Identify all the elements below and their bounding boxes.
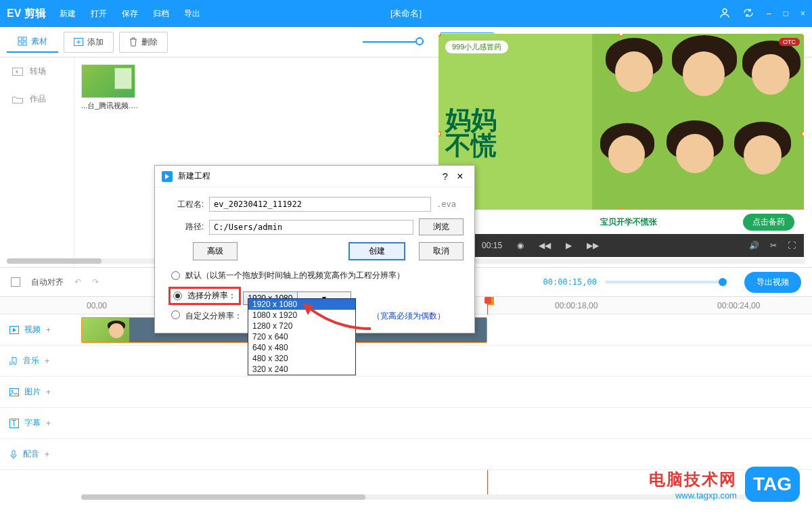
dialog-icon (162, 171, 173, 182)
track-audio: 音乐 + (0, 346, 812, 377)
resolution-option[interactable]: 1080 x 1920 (248, 310, 355, 321)
minimize-button[interactable]: – (767, 9, 771, 18)
annotation-highlight: 选择分辨率： (168, 287, 241, 305)
ruler-tick: 00:00:18,00 (555, 301, 597, 310)
new-project-dialog: 新建工程 ? × 工程名: .eva 路径: 浏览 高级 创建 取消 默认（以第… (154, 165, 475, 333)
menu-export[interactable]: 导出 (184, 8, 200, 20)
sidebar-item-label: 作品 (30, 93, 46, 105)
svg-rect-4 (23, 42, 26, 45)
track-image: 图片 + (0, 377, 812, 408)
resolution-option[interactable]: 1920 x 1080 (248, 299, 355, 310)
preview-controls: 00:00 00:15 ◉ ◀◀ ▶ ▶▶ 🔊 ✂ ⛶ (438, 234, 804, 257)
resolution-dropdown-list[interactable]: 1920 x 1080 1080 x 1920 1280 x 720 720 x… (248, 298, 356, 375)
svg-rect-15 (12, 450, 15, 455)
preview-slogan: 宝贝开学不慌张 (600, 216, 657, 228)
radio-custom[interactable] (171, 310, 180, 319)
delete-button[interactable]: 删除 (119, 32, 168, 53)
preview-brand: 999小儿感冒药 (445, 41, 508, 53)
svg-rect-2 (23, 37, 26, 41)
media-item[interactable]: ...台_腾讯视频.mp4 (81, 64, 142, 111)
user-icon[interactable] (719, 7, 730, 20)
tab-material-label: 素材 (31, 36, 47, 47)
menu-new[interactable]: 新建 (60, 8, 76, 20)
add-track-icon[interactable]: + (46, 419, 51, 428)
svg-text:T: T (12, 419, 17, 428)
resolution-option[interactable]: 720 x 640 (248, 331, 355, 342)
cancel-button[interactable]: 取消 (419, 242, 464, 260)
sidebar-item-works[interactable]: 作品 (0, 85, 74, 113)
document-title: [未命名] (390, 7, 422, 20)
project-name-input[interactable] (209, 197, 431, 212)
thumb-size-slider[interactable] (363, 41, 424, 43)
ruler-tick: 00,00 (87, 301, 107, 310)
app-title: EV 剪辑 (7, 7, 46, 21)
add-track-icon[interactable]: + (45, 356, 49, 366)
svg-point-12 (12, 390, 14, 392)
preview-frame: 999小儿感冒药 妈妈 不慌 氨酚黄那敏颗粒 OTC 宝贝开学不慌张 点击备药 (438, 34, 804, 234)
watermark-url: www.tagxp.com (649, 490, 737, 500)
preview-time-duration: 00:15 (482, 241, 502, 250)
help-button[interactable]: ? (438, 171, 453, 182)
snapshot-icon[interactable]: ✂ (770, 241, 777, 250)
maximize-button[interactable]: □ (784, 9, 788, 18)
track-voice-label: 配音 (23, 448, 39, 460)
preview-cta: 点击备药 (743, 214, 794, 231)
sync-icon[interactable] (742, 8, 754, 20)
resolution-option[interactable]: 320 x 240 (248, 364, 355, 375)
menu-save[interactable]: 保存 (122, 8, 138, 20)
auto-align-checkbox[interactable] (11, 277, 20, 287)
close-button[interactable]: × (800, 9, 805, 18)
redo-icon[interactable]: ↷ (92, 277, 99, 287)
volume-icon[interactable]: 🔊 (749, 241, 759, 250)
track-voice: 配音 + (0, 439, 812, 470)
zoom-slider[interactable] (605, 281, 727, 283)
otc-badge: OTC (779, 38, 800, 46)
path-input[interactable] (209, 220, 413, 235)
preview-headline-2: 不慌 (445, 133, 585, 158)
svg-rect-3 (18, 42, 22, 45)
preview-headline-1: 妈妈 (445, 107, 585, 133)
ruler-tick: 00:00:24,00 (717, 301, 760, 310)
menu-archive[interactable]: 归档 (153, 8, 169, 20)
track-audio-label: 音乐 (23, 355, 39, 367)
add-label: 添加 (87, 37, 104, 48)
add-track-icon[interactable]: + (46, 388, 51, 397)
undo-icon[interactable]: ↶ (74, 277, 81, 287)
dialog-close-button[interactable]: × (453, 170, 468, 183)
radio-select[interactable] (173, 291, 182, 300)
preview-people: OTC (592, 34, 804, 210)
project-ext: .eva (436, 200, 464, 209)
sidebar-item-label: 转场 (30, 66, 46, 77)
add-button[interactable]: 添加 (64, 32, 114, 53)
track-subtitle-label: 字幕 (24, 417, 41, 429)
titlebar: EV 剪辑 新建 打开 保存 归档 导出 [未命名] – □ × (0, 0, 812, 27)
menu-open[interactable]: 打开 (91, 8, 107, 20)
forward-icon[interactable]: ▶▶ (587, 241, 599, 250)
add-track-icon[interactable]: + (46, 325, 51, 335)
export-video-button[interactable]: 导出视频 (744, 272, 801, 293)
delete-label: 删除 (141, 37, 158, 48)
resolution-option[interactable]: 480 x 320 (248, 353, 355, 364)
media-thumbnail (81, 64, 135, 98)
tab-material[interactable]: 素材 (7, 32, 58, 53)
timeline-time: 00:00:15,00 (543, 277, 597, 287)
svg-point-0 (723, 9, 727, 13)
advanced-button[interactable]: 高级 (193, 242, 238, 260)
preview-panel: 999小儿感冒药 妈妈 不慌 氨酚黄那敏颗粒 OTC 宝贝开学不慌张 点击备药 (438, 34, 804, 257)
add-track-icon[interactable]: + (45, 450, 49, 459)
create-button[interactable]: 创建 (348, 242, 405, 260)
resolution-option[interactable]: 1280 x 720 (248, 321, 355, 331)
radio-default[interactable] (171, 271, 180, 280)
play-icon[interactable]: ▶ (566, 241, 572, 250)
rewind-icon[interactable]: ◀◀ (539, 241, 551, 250)
media-filename: ...台_腾讯视频.mp4 (81, 101, 141, 111)
stop-icon[interactable]: ◉ (517, 241, 524, 250)
svg-rect-1 (18, 37, 22, 41)
fullscreen-icon[interactable]: ⛶ (788, 241, 796, 250)
track-subtitle: T 字幕 + (0, 408, 812, 439)
track-video-label: 视频 (24, 324, 41, 335)
resolution-option[interactable]: 640 x 480 (248, 342, 355, 353)
sidebar-item-transition[interactable]: 转场 (0, 57, 74, 85)
watermark: 电脑技术网 www.tagxp.com TAG (649, 467, 800, 502)
browse-button[interactable]: 浏览 (419, 218, 464, 235)
